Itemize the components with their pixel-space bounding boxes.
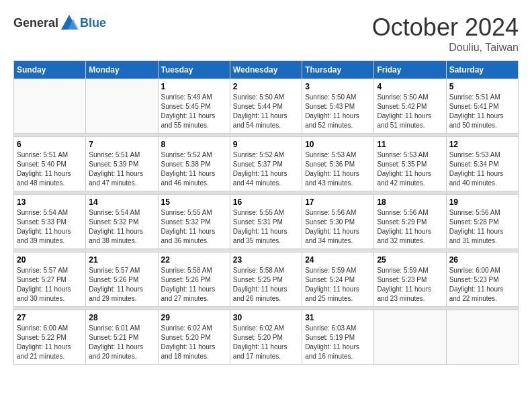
- day-info: Sunrise: 5:51 AM Sunset: 5:39 PM Dayligh…: [89, 150, 154, 188]
- weekday-header-cell: Tuesday: [158, 61, 230, 79]
- day-info: Sunrise: 5:50 AM Sunset: 5:44 PM Dayligh…: [233, 93, 299, 130]
- day-number: 6: [17, 140, 83, 149]
- logo: General Blue: [13, 13, 106, 32]
- day-info: Sunrise: 5:59 AM Sunset: 5:23 PM Dayligh…: [377, 266, 443, 304]
- day-number: 14: [89, 197, 154, 207]
- day-number: 19: [449, 197, 515, 207]
- day-number: 12: [449, 140, 515, 149]
- calendar-day-cell: 10Sunrise: 5:53 AM Sunset: 5:36 PM Dayli…: [302, 137, 374, 191]
- weekday-header-cell: Thursday: [302, 61, 374, 79]
- weekday-header-cell: Saturday: [446, 61, 518, 79]
- day-number: 27: [17, 313, 83, 322]
- calendar-day-cell: [14, 79, 86, 134]
- month-title: October 2024: [372, 13, 519, 42]
- day-number: 20: [17, 255, 83, 265]
- calendar-day-cell: 28Sunrise: 6:01 AM Sunset: 5:21 PM Dayli…: [86, 310, 158, 365]
- calendar-day-cell: 2Sunrise: 5:50 AM Sunset: 5:44 PM Daylig…: [230, 79, 302, 134]
- calendar-day-cell: 13Sunrise: 5:54 AM Sunset: 5:33 PM Dayli…: [14, 195, 86, 249]
- day-number: 22: [161, 255, 227, 265]
- calendar-week-row: 13Sunrise: 5:54 AM Sunset: 5:33 PM Dayli…: [14, 195, 519, 249]
- calendar-day-cell: [374, 310, 446, 365]
- day-number: 28: [89, 313, 154, 322]
- calendar-day-cell: 12Sunrise: 5:53 AM Sunset: 5:34 PM Dayli…: [446, 137, 518, 191]
- page-header: General Blue October 2024 Douliu, Taiwan: [13, 13, 519, 54]
- calendar-day-cell: 3Sunrise: 5:50 AM Sunset: 5:43 PM Daylig…: [302, 79, 374, 134]
- logo-icon: [60, 13, 79, 32]
- calendar-week-row: 27Sunrise: 6:00 AM Sunset: 5:22 PM Dayli…: [14, 310, 519, 365]
- day-info: Sunrise: 5:52 AM Sunset: 5:37 PM Dayligh…: [233, 150, 299, 188]
- day-number: 23: [233, 255, 299, 265]
- day-number: 8: [161, 140, 227, 149]
- day-info: Sunrise: 5:55 AM Sunset: 5:32 PM Dayligh…: [161, 208, 227, 246]
- calendar-day-cell: 21Sunrise: 5:57 AM Sunset: 5:26 PM Dayli…: [86, 253, 158, 307]
- calendar-day-cell: [86, 79, 158, 134]
- day-info: Sunrise: 5:54 AM Sunset: 5:33 PM Dayligh…: [17, 208, 83, 246]
- day-number: 3: [305, 82, 371, 91]
- weekday-header-row: SundayMondayTuesdayWednesdayThursdayFrid…: [14, 61, 519, 79]
- day-info: Sunrise: 6:02 AM Sunset: 5:20 PM Dayligh…: [233, 324, 299, 361]
- day-info: Sunrise: 5:55 AM Sunset: 5:31 PM Dayligh…: [233, 208, 299, 246]
- weekday-header-cell: Wednesday: [230, 61, 302, 79]
- day-info: Sunrise: 5:57 AM Sunset: 5:27 PM Dayligh…: [17, 266, 83, 304]
- day-info: Sunrise: 5:49 AM Sunset: 5:45 PM Dayligh…: [161, 93, 227, 130]
- day-number: 30: [233, 313, 299, 322]
- logo-text-general: General: [13, 16, 58, 30]
- day-info: Sunrise: 5:57 AM Sunset: 5:26 PM Dayligh…: [89, 266, 154, 304]
- day-info: Sunrise: 5:53 AM Sunset: 5:35 PM Dayligh…: [377, 150, 443, 188]
- calendar-day-cell: 19Sunrise: 5:56 AM Sunset: 5:28 PM Dayli…: [446, 195, 518, 249]
- calendar-table: SundayMondayTuesdayWednesdayThursdayFrid…: [13, 60, 519, 365]
- calendar-day-cell: 25Sunrise: 5:59 AM Sunset: 5:23 PM Dayli…: [374, 253, 446, 307]
- calendar-day-cell: 17Sunrise: 5:56 AM Sunset: 5:30 PM Dayli…: [302, 195, 374, 249]
- title-block: October 2024 Douliu, Taiwan: [372, 13, 519, 54]
- day-number: 21: [89, 255, 154, 265]
- day-number: 2: [233, 82, 299, 91]
- calendar-week-row: 20Sunrise: 5:57 AM Sunset: 5:27 PM Dayli…: [14, 253, 519, 307]
- calendar-day-cell: 11Sunrise: 5:53 AM Sunset: 5:35 PM Dayli…: [374, 137, 446, 191]
- calendar-day-cell: 24Sunrise: 5:59 AM Sunset: 5:24 PM Dayli…: [302, 253, 374, 307]
- day-number: 26: [449, 255, 515, 265]
- day-number: 18: [377, 197, 443, 207]
- calendar-day-cell: 30Sunrise: 6:02 AM Sunset: 5:20 PM Dayli…: [230, 310, 302, 365]
- day-info: Sunrise: 5:59 AM Sunset: 5:24 PM Dayligh…: [305, 266, 371, 304]
- calendar-day-cell: 16Sunrise: 5:55 AM Sunset: 5:31 PM Dayli…: [230, 195, 302, 249]
- day-number: 29: [161, 313, 227, 322]
- calendar-day-cell: 20Sunrise: 5:57 AM Sunset: 5:27 PM Dayli…: [14, 253, 86, 307]
- day-number: 13: [17, 197, 83, 207]
- day-info: Sunrise: 6:00 AM Sunset: 5:22 PM Dayligh…: [17, 324, 83, 361]
- calendar-day-cell: 6Sunrise: 5:51 AM Sunset: 5:40 PM Daylig…: [14, 137, 86, 191]
- day-number: 25: [377, 255, 443, 265]
- day-info: Sunrise: 5:54 AM Sunset: 5:32 PM Dayligh…: [89, 208, 154, 246]
- calendar-body: 1Sunrise: 5:49 AM Sunset: 5:45 PM Daylig…: [14, 79, 519, 365]
- calendar-day-cell: 1Sunrise: 5:49 AM Sunset: 5:45 PM Daylig…: [158, 79, 230, 134]
- day-number: 24: [305, 255, 371, 265]
- day-number: 15: [161, 197, 227, 207]
- day-info: Sunrise: 5:56 AM Sunset: 5:29 PM Dayligh…: [377, 208, 443, 246]
- day-info: Sunrise: 5:53 AM Sunset: 5:36 PM Dayligh…: [305, 150, 371, 188]
- calendar-day-cell: 27Sunrise: 6:00 AM Sunset: 5:22 PM Dayli…: [14, 310, 86, 365]
- calendar-day-cell: 26Sunrise: 6:00 AM Sunset: 5:23 PM Dayli…: [446, 253, 518, 307]
- calendar-week-row: 6Sunrise: 5:51 AM Sunset: 5:40 PM Daylig…: [14, 137, 519, 191]
- day-info: Sunrise: 5:53 AM Sunset: 5:34 PM Dayligh…: [449, 150, 515, 188]
- logo-text-blue: Blue: [80, 16, 106, 30]
- calendar-day-cell: 22Sunrise: 5:58 AM Sunset: 5:26 PM Dayli…: [158, 253, 230, 307]
- calendar-day-cell: 29Sunrise: 6:02 AM Sunset: 5:20 PM Dayli…: [158, 310, 230, 365]
- day-number: 31: [305, 313, 371, 322]
- day-info: Sunrise: 5:51 AM Sunset: 5:41 PM Dayligh…: [449, 93, 515, 130]
- day-number: 5: [449, 82, 515, 91]
- day-info: Sunrise: 5:56 AM Sunset: 5:28 PM Dayligh…: [449, 208, 515, 246]
- day-number: 10: [305, 140, 371, 149]
- weekday-header-cell: Monday: [86, 61, 158, 79]
- day-info: Sunrise: 5:50 AM Sunset: 5:43 PM Dayligh…: [305, 93, 371, 130]
- calendar-day-cell: 14Sunrise: 5:54 AM Sunset: 5:32 PM Dayli…: [86, 195, 158, 249]
- calendar-day-cell: 15Sunrise: 5:55 AM Sunset: 5:32 PM Dayli…: [158, 195, 230, 249]
- calendar-week-row: 1Sunrise: 5:49 AM Sunset: 5:45 PM Daylig…: [14, 79, 519, 134]
- weekday-header-cell: Friday: [374, 61, 446, 79]
- day-info: Sunrise: 6:02 AM Sunset: 5:20 PM Dayligh…: [161, 324, 227, 361]
- weekday-header-cell: Sunday: [14, 61, 86, 79]
- calendar-day-cell: 5Sunrise: 5:51 AM Sunset: 5:41 PM Daylig…: [446, 79, 518, 134]
- calendar-day-cell: 31Sunrise: 6:03 AM Sunset: 5:19 PM Dayli…: [302, 310, 374, 365]
- calendar-day-cell: 7Sunrise: 5:51 AM Sunset: 5:39 PM Daylig…: [86, 137, 158, 191]
- day-number: 17: [305, 197, 371, 207]
- day-info: Sunrise: 6:01 AM Sunset: 5:21 PM Dayligh…: [89, 324, 154, 361]
- day-number: 9: [233, 140, 299, 149]
